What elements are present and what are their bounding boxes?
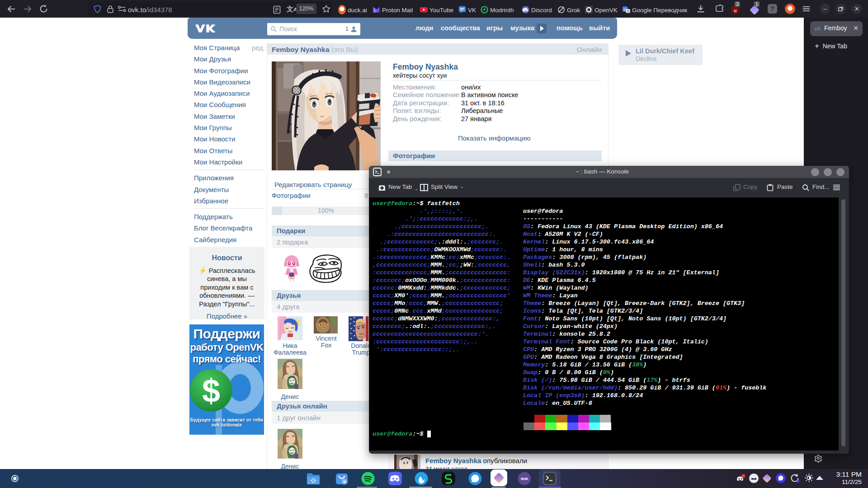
svg-text:VK: VK xyxy=(814,26,821,32)
svg-text:u: u xyxy=(734,8,736,13)
svg-text:文: 文 xyxy=(627,9,630,13)
svg-text:$: $ xyxy=(202,373,220,409)
